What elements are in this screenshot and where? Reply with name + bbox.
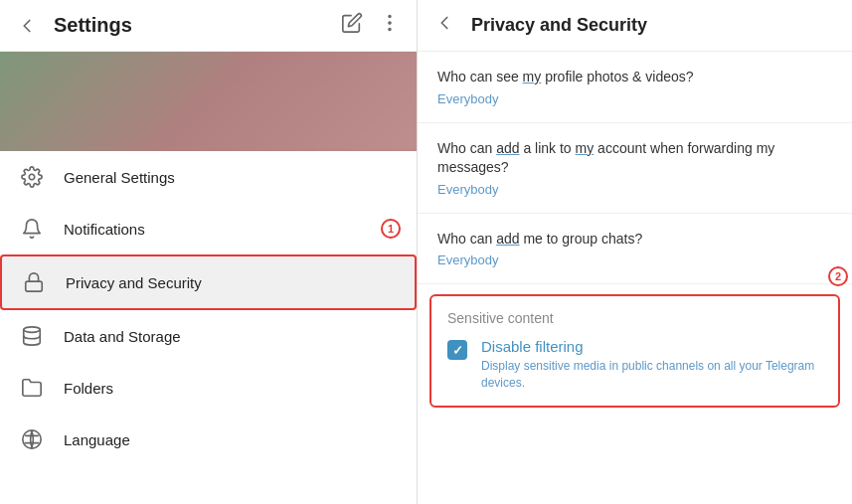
general-settings-label: General Settings xyxy=(64,169,175,186)
privacy-item-groups[interactable]: Who can add me to group chats? Everybody xyxy=(418,214,852,285)
privacy-content: Who can see my profile photos & videos? … xyxy=(418,52,852,504)
notifications-badge: 1 xyxy=(381,219,401,239)
privacy-item-link[interactable]: Who can add a link to my account when fo… xyxy=(418,123,852,214)
sensitive-wrapper: 2 Sensitive content Disable filtering Di… xyxy=(418,294,852,408)
right-panel-header: Privacy and Security xyxy=(418,0,852,52)
right-back-button[interactable] xyxy=(433,12,455,39)
disable-filtering-checkbox[interactable] xyxy=(447,340,467,360)
sensitive-text: Disable filtering Display sensitive medi… xyxy=(481,338,822,392)
right-panel: Privacy and Security Who can see my prof… xyxy=(418,0,852,504)
profile-area xyxy=(0,52,417,151)
folder-icon xyxy=(20,376,44,400)
bell-icon xyxy=(20,217,44,241)
underline-add2: add xyxy=(496,231,519,247)
sidebar-item-folders[interactable]: Folders xyxy=(0,362,417,414)
folders-label: Folders xyxy=(64,380,113,397)
disable-filtering-desc: Display sensitive media in public channe… xyxy=(481,358,822,392)
gear-icon xyxy=(20,165,44,189)
underline-my2: my xyxy=(576,140,595,156)
left-panel: Settings General Settings xyxy=(0,0,418,504)
settings-menu: General Settings Notifications 1 Privacy… xyxy=(0,151,417,504)
privacy-answer-groups: Everybody xyxy=(437,252,832,267)
more-icon[interactable] xyxy=(379,12,401,39)
notifications-label: Notifications xyxy=(64,221,145,238)
settings-title: Settings xyxy=(54,14,341,37)
privacy-question-photos: Who can see my profile photos & videos? xyxy=(437,68,832,87)
disable-filtering-label: Disable filtering xyxy=(481,338,822,355)
privacy-answer-photos: Everybody xyxy=(437,91,832,106)
sidebar-item-language[interactable]: Language xyxy=(0,414,417,465)
sidebar-item-general[interactable]: General Settings xyxy=(0,151,417,203)
edit-icon[interactable] xyxy=(341,12,363,39)
checkbox-checked[interactable] xyxy=(447,340,467,360)
language-icon xyxy=(20,427,44,451)
svg-point-3 xyxy=(29,174,35,180)
privacy-answer-link: Everybody xyxy=(437,182,832,197)
svg-point-0 xyxy=(389,16,391,18)
sidebar-item-privacy[interactable]: Privacy and Security xyxy=(0,254,417,310)
header-actions xyxy=(341,12,401,39)
back-button[interactable] xyxy=(16,15,38,37)
underline-my: my xyxy=(523,69,542,84)
privacy-question-groups: Who can add me to group chats? xyxy=(437,230,832,250)
sensitive-row: Disable filtering Display sensitive medi… xyxy=(447,338,822,392)
data-storage-label: Data and Storage xyxy=(64,328,181,345)
settings-header: Settings xyxy=(0,0,417,52)
underline-add: add xyxy=(496,140,519,156)
profile-background xyxy=(0,52,417,151)
sensitive-section: Sensitive content Disable filtering Disp… xyxy=(429,294,840,408)
sensitive-title: Sensitive content xyxy=(447,310,822,326)
sidebar-item-data[interactable]: Data and Storage xyxy=(0,310,417,362)
svg-point-5 xyxy=(24,327,41,333)
sidebar-item-notifications[interactable]: Notifications 1 xyxy=(0,203,417,254)
language-label: Language xyxy=(64,431,130,448)
privacy-label: Privacy and Security xyxy=(66,274,202,291)
privacy-question-link: Who can add a link to my account when fo… xyxy=(437,139,832,178)
svg-point-2 xyxy=(389,29,391,31)
privacy-item-photos[interactable]: Who can see my profile photos & videos? … xyxy=(418,52,852,123)
svg-point-1 xyxy=(389,22,391,24)
svg-rect-4 xyxy=(26,281,43,291)
lock-icon xyxy=(22,270,46,294)
right-panel-title: Privacy and Security xyxy=(471,15,647,36)
database-icon xyxy=(20,324,44,348)
